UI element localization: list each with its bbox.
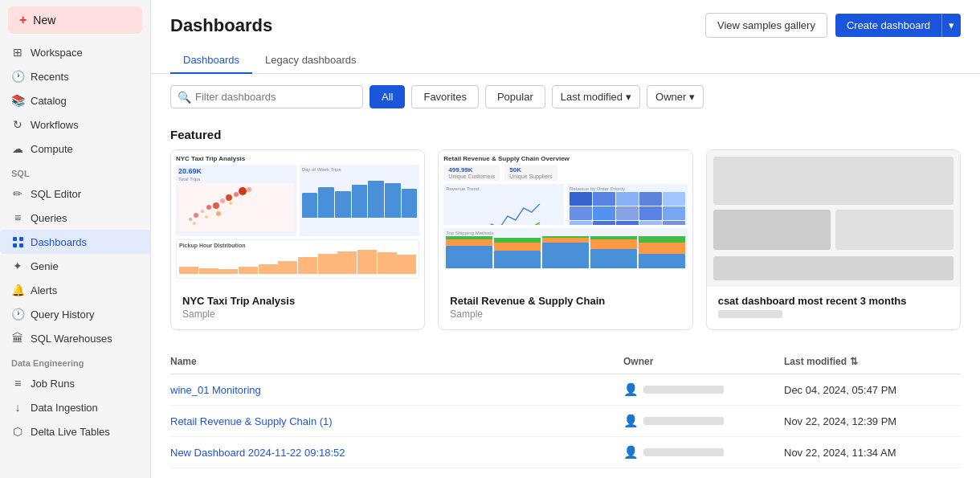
row-1-link[interactable]: wine_01 Monitoring bbox=[170, 384, 261, 396]
tab-legacy-dashboards[interactable]: Legacy dashboards bbox=[252, 47, 369, 74]
sidebar-item-recents[interactable]: 🕐 Recents bbox=[0, 64, 150, 88]
sidebar-item-label: Catalog bbox=[31, 95, 67, 107]
row-2-link[interactable]: Retail Revenue & Supply Chain (1) bbox=[170, 415, 333, 427]
sidebar-item-alerts[interactable]: 🔔 Alerts bbox=[0, 278, 150, 302]
owner-placeholder bbox=[643, 448, 724, 456]
row-2-name: Retail Revenue & Supply Chain (1) bbox=[170, 415, 623, 427]
featured-card-retail[interactable]: Retail Revenue & Supply Chain Overview 4… bbox=[438, 149, 692, 330]
sidebar-item-dashboards[interactable]: Dashboards bbox=[0, 230, 150, 254]
row-1-name: wine_01 Monitoring bbox=[170, 384, 623, 396]
genie-icon: ✦ bbox=[11, 259, 24, 272]
create-dashboard-dropdown-button[interactable]: ▾ bbox=[941, 14, 961, 37]
filter-favorites-button[interactable]: Favorites bbox=[411, 85, 478, 108]
owner-icon: 👤 bbox=[623, 414, 639, 428]
tabs-bar: Dashboards Legacy dashboards bbox=[151, 38, 980, 74]
page-title: Dashboards bbox=[170, 15, 272, 36]
search-wrap: 🔍 bbox=[170, 85, 363, 108]
content-area: Featured NYC Taxi Trip Analysis 20.69K T… bbox=[151, 116, 980, 478]
row-2-modified: Nov 22, 2024, 12:39 PM bbox=[784, 415, 961, 427]
sidebar-item-sql-editor[interactable]: ✏ SQL Editor bbox=[0, 182, 150, 206]
svg-rect-3 bbox=[19, 243, 23, 247]
last-modified-label: Last modified bbox=[561, 91, 623, 103]
nyc-taxi-preview: NYC Taxi Trip Analysis 20.69K Total Trip… bbox=[171, 150, 424, 287]
search-input[interactable] bbox=[170, 85, 363, 108]
featured-section-title: Featured bbox=[170, 128, 961, 141]
page-header: Dashboards View samples gallery Create d… bbox=[151, 0, 980, 38]
row-1-modified: Dec 04, 2024, 05:47 PM bbox=[784, 384, 961, 396]
row-3-name: New Dashboard 2024-11-22 09:18:52 bbox=[170, 447, 623, 459]
plus-icon: + bbox=[19, 13, 27, 27]
sidebar-item-data-ingestion[interactable]: ↓ Data Ingestion bbox=[0, 395, 150, 419]
svg-point-11 bbox=[226, 194, 232, 201]
catalog-icon: 📚 bbox=[11, 94, 24, 107]
table-row: New Dashboard 2024-11-22 09:18:52 👤 Nov … bbox=[170, 437, 961, 468]
sidebar-item-workflows[interactable]: ↻ Workflows bbox=[0, 112, 150, 137]
nyc-taxi-card-title: NYC Taxi Trip Analysis bbox=[182, 295, 413, 307]
retail-card-title: Retail Revenue & Supply Chain bbox=[450, 295, 680, 307]
alerts-icon: 🔔 bbox=[11, 284, 24, 296]
featured-card-nyc-taxi[interactable]: NYC Taxi Trip Analysis 20.69K Total Trip… bbox=[170, 149, 425, 330]
svg-point-14 bbox=[247, 187, 251, 192]
svg-rect-0 bbox=[13, 237, 17, 241]
row-3-link[interactable]: New Dashboard 2024-11-22 09:18:52 bbox=[170, 447, 345, 459]
sql-warehouses-icon: 🏛 bbox=[11, 332, 24, 345]
sidebar-item-label: Workflows bbox=[31, 119, 79, 131]
sidebar-item-job-runs[interactable]: ≡ Job Runs bbox=[0, 371, 150, 395]
svg-point-6 bbox=[194, 213, 198, 218]
retail-card-body: Retail Revenue & Supply Chain Sample bbox=[439, 287, 692, 329]
data-eng-section-label: Data Engineering bbox=[0, 350, 150, 371]
retail-card-subtitle: Sample bbox=[450, 308, 680, 320]
table-row: Retail Revenue & Supply Chain (1) 👤 Nov … bbox=[170, 406, 961, 437]
svg-rect-2 bbox=[13, 243, 17, 247]
csat-card-body: csat dashboard most recent 3 months bbox=[707, 287, 960, 328]
row-1-owner: 👤 bbox=[623, 382, 784, 397]
sort-icon[interactable]: ⇅ bbox=[850, 356, 858, 367]
col-owner: Owner bbox=[623, 356, 784, 367]
search-icon: 🔍 bbox=[178, 91, 191, 104]
delta-live-icon: ⬡ bbox=[11, 425, 24, 438]
filter-last-modified-dropdown[interactable]: Last modified ▾ bbox=[552, 85, 640, 108]
filter-all-button[interactable]: All bbox=[370, 85, 405, 108]
filter-popular-button[interactable]: Popular bbox=[485, 85, 545, 108]
sidebar-item-genie[interactable]: ✦ Genie bbox=[0, 254, 150, 278]
sql-section-label: SQL bbox=[0, 161, 150, 182]
new-button[interactable]: + New bbox=[8, 6, 142, 34]
row-3-modified: Nov 22, 2024, 11:34 AM bbox=[784, 447, 961, 459]
col-name: Name bbox=[170, 356, 623, 367]
sidebar-item-workspace[interactable]: ⊞ Workspace bbox=[0, 40, 150, 64]
chevron-down-icon: ▾ bbox=[626, 91, 631, 103]
sidebar-item-query-history[interactable]: 🕐 Query History bbox=[0, 302, 150, 326]
svg-point-5 bbox=[189, 218, 192, 221]
csat-preview bbox=[707, 150, 960, 287]
sidebar-item-queries[interactable]: ≡ Queries bbox=[0, 206, 150, 230]
svg-point-17 bbox=[216, 211, 221, 216]
create-dashboard-button[interactable]: Create dashboard bbox=[835, 14, 941, 37]
sidebar-item-delta-live-tables[interactable]: ⬡ Delta Live Tables bbox=[0, 419, 150, 443]
sql-editor-icon: ✏ bbox=[11, 187, 24, 200]
owner-placeholder bbox=[643, 386, 724, 394]
chevron-down-icon: ▾ bbox=[949, 19, 954, 31]
filter-owner-dropdown[interactable]: Owner ▾ bbox=[647, 85, 704, 108]
data-ingestion-icon: ↓ bbox=[11, 401, 24, 414]
sidebar-item-label: Compute bbox=[31, 143, 73, 155]
workspace-icon: ⊞ bbox=[11, 46, 24, 59]
sidebar-item-compute[interactable]: ☁ Compute bbox=[0, 137, 150, 161]
sidebar-item-sql-warehouses[interactable]: 🏛 SQL Warehouses bbox=[0, 326, 150, 350]
svg-point-9 bbox=[213, 202, 219, 209]
sidebar-item-catalog[interactable]: 📚 Catalog bbox=[0, 88, 150, 112]
recents-icon: 🕐 bbox=[11, 70, 24, 83]
tab-dashboards[interactable]: Dashboards bbox=[170, 47, 252, 74]
svg-point-16 bbox=[205, 215, 208, 219]
owner-label: Owner bbox=[655, 91, 686, 103]
dashboards-icon bbox=[11, 235, 24, 248]
compute-icon: ☁ bbox=[11, 142, 24, 155]
row-2-owner: 👤 bbox=[623, 414, 784, 428]
svg-point-10 bbox=[220, 198, 225, 203]
queries-icon: ≡ bbox=[11, 211, 24, 224]
workflows-icon: ↻ bbox=[11, 118, 24, 131]
svg-point-8 bbox=[206, 205, 211, 210]
owner-icon: 👤 bbox=[623, 445, 639, 460]
view-samples-button[interactable]: View samples gallery bbox=[705, 13, 827, 38]
featured-card-csat[interactable]: csat dashboard most recent 3 months bbox=[706, 149, 961, 330]
sidebar-item-label: Job Runs bbox=[31, 378, 75, 390]
